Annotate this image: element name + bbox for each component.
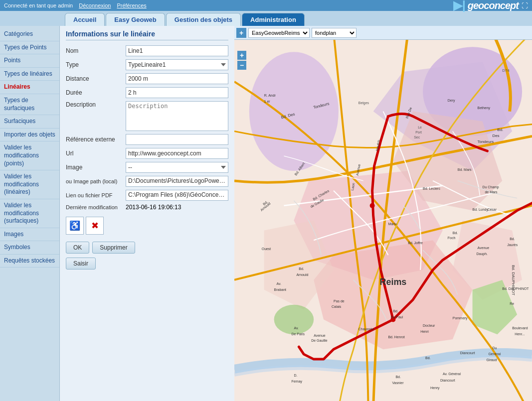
- svg-text:Dauph.: Dauph.: [477, 252, 488, 256]
- label-lien-pdf: Lien ou fichier PDF: [66, 192, 126, 198]
- connected-label: Connecté en tant que admin: [4, 2, 73, 8]
- tab-administration[interactable]: Administration: [242, 13, 305, 26]
- svg-text:Belges: Belges: [358, 101, 369, 105]
- sidebar-item-types-surfaciques[interactable]: Types de surfaciques: [0, 94, 59, 115]
- ok-button[interactable]: OK: [66, 242, 89, 254]
- svg-text:Bd. Henrot: Bd. Henrot: [388, 335, 404, 339]
- preferences-link[interactable]: Préférences: [117, 2, 146, 8]
- svg-text:Du: Du: [492, 346, 497, 350]
- main-layout: Catégories Types de Points Points Types …: [0, 26, 532, 401]
- warning-icon[interactable]: ✖: [86, 217, 104, 235]
- buttons-area: OK Supprimer Saisir: [66, 242, 228, 269]
- svg-text:Bd.: Bd.: [497, 128, 503, 132]
- svg-point-12: [370, 203, 375, 208]
- field-image: Image --: [66, 162, 228, 173]
- sidebar-item-valider-points[interactable]: Valider les modifications (points): [0, 141, 59, 170]
- svg-text:De Paris: De Paris: [291, 332, 305, 336]
- svg-text:Av. Général: Av. Général: [443, 372, 461, 376]
- sidebar-item-valider-surfaciques[interactable]: Valider les modifications (surfaciques): [0, 199, 59, 228]
- value-derniere-modification: 2013-06-16 19:06:13: [126, 204, 181, 211]
- svg-text:Pommery: Pommery: [453, 317, 468, 321]
- select-image[interactable]: --: [126, 162, 228, 173]
- map-zoom-controls: + −: [237, 51, 246, 71]
- svg-text:Port: Port: [415, 131, 422, 134]
- svg-text:Bd.: Bd.: [395, 375, 401, 379]
- svg-text:Betheny: Betheny: [478, 106, 491, 110]
- logo: ▶| geoconcept: [453, 0, 519, 12]
- logo-symbol: ▶|: [453, 0, 466, 12]
- value-image-path: D:\Documents\Pictures\LogoPoweredby\CMJN: [126, 176, 228, 187]
- accessibility-icon[interactable]: ♿: [66, 217, 84, 235]
- svg-text:Jaurès: Jaurès: [507, 243, 518, 247]
- input-reference-externe[interactable]: [126, 134, 228, 145]
- sidebar-item-types-points[interactable]: Types de Points: [0, 41, 59, 55]
- label-duree: Durée: [66, 89, 126, 96]
- input-distance[interactable]: [126, 73, 228, 84]
- field-description: Description: [66, 101, 228, 131]
- label-image: Image: [66, 164, 126, 171]
- input-duree[interactable]: [126, 87, 228, 98]
- svg-text:Reims: Reims: [380, 277, 407, 287]
- svg-text:Henry: Henry: [430, 386, 440, 390]
- field-distance: Distance: [66, 73, 228, 84]
- geoweb-select[interactable]: EasyGeowebReims: [248, 28, 310, 38]
- input-url[interactable]: [126, 148, 228, 159]
- saisir-button[interactable]: Saisir: [66, 258, 96, 269]
- svg-text:Chaussée: Chaussée: [358, 327, 374, 331]
- tab-accueil[interactable]: Accueil: [65, 13, 105, 26]
- svg-text:Avenue: Avenue: [314, 334, 326, 337]
- select-type[interactable]: TypeLineaire1: [126, 59, 228, 70]
- textarea-description[interactable]: [126, 101, 228, 131]
- svg-text:Henr...: Henr...: [515, 332, 525, 336]
- sidebar-item-points[interactable]: Points: [0, 54, 59, 68]
- svg-text:Des: Des: [492, 134, 499, 138]
- svg-text:Boulevard: Boulevard: [512, 326, 528, 330]
- svg-text:Henri: Henri: [420, 330, 429, 333]
- content-area: Informations sur le linéaire Nom Type Ty…: [60, 26, 532, 401]
- svg-text:Bd. Leclerc: Bd. Leclerc: [423, 187, 440, 190]
- svg-text:Docteur: Docteur: [423, 324, 435, 327]
- svg-text:Re: Re: [510, 302, 514, 305]
- svg-text:Général: Général: [488, 352, 501, 356]
- logo-text: geoconcept: [468, 0, 519, 11]
- value-lien-pdf: C:\Program Files (x86)\GéoConcept SA\GC4…: [126, 190, 228, 201]
- svg-text:Tondeurs: Tondeurs: [478, 139, 494, 144]
- svg-text:Bd.: Bd.: [299, 267, 304, 270]
- sidebar-item-lineaires[interactable]: Linéaires: [0, 81, 59, 94]
- sidebar-item-importer-objets[interactable]: Importer des objets: [0, 129, 59, 142]
- supprimer-button[interactable]: Supprimer: [92, 242, 135, 254]
- sidebar-item-types-lineaires[interactable]: Types de linéaires: [0, 68, 59, 81]
- tab-easy-geoweb[interactable]: Easy Geoweb: [106, 13, 165, 26]
- logout-link[interactable]: Déconnexion: [79, 2, 111, 8]
- layer-select[interactable]: fondplan: [312, 28, 356, 38]
- sidebar-item-categories[interactable]: Catégories: [0, 28, 59, 41]
- svg-text:Diancourt: Diancourt: [460, 351, 475, 355]
- zoom-in-button[interactable]: +: [237, 51, 246, 60]
- svg-text:Bd.: Bd.: [425, 356, 431, 360]
- sidebar-item-surfaciques[interactable]: Surfaciques: [0, 115, 59, 129]
- sidebar-item-valider-lineaires[interactable]: Valider les modifications (linéaires): [0, 170, 59, 199]
- field-nom: Nom: [66, 45, 228, 56]
- field-lien-pdf: Lien ou fichier PDF C:\Program Files (x8…: [66, 190, 228, 201]
- sidebar-item-requetes-stockees[interactable]: Requêtes stockées: [0, 255, 59, 268]
- zoom-out-button[interactable]: −: [237, 61, 246, 70]
- sidebar-item-symboles[interactable]: Symboles: [0, 241, 59, 255]
- form-title: Informations sur le linéaire: [66, 30, 228, 40]
- svg-text:Bd.: Bd.: [510, 237, 515, 241]
- sidebar-item-images[interactable]: Images: [0, 228, 59, 242]
- label-derniere-modification: Dernière modification: [66, 204, 126, 210]
- field-duree: Durée: [66, 87, 228, 98]
- fullscreen-icon[interactable]: ⛶: [522, 2, 528, 9]
- svg-text:Arnould: Arnould: [296, 273, 308, 276]
- svg-text:Foch: Foch: [448, 236, 456, 240]
- map-visualization[interactable]: Reims Bd. Des Tondeurs Bd. Des Tondeurs …: [234, 40, 532, 401]
- svg-text:Brabant: Brabant: [274, 288, 286, 291]
- tab-gestion-objets[interactable]: Gestion des objets: [166, 13, 241, 26]
- svg-text:De Gaullle: De Gaullle: [311, 339, 328, 342]
- input-nom[interactable]: [126, 45, 228, 56]
- field-type: Type TypeLineaire1: [66, 59, 228, 70]
- map-plus-button[interactable]: +: [236, 28, 246, 38]
- label-distance: Distance: [66, 75, 126, 82]
- svg-text:Bd. DAUPHINOT: Bd. DAUPHINOT: [511, 265, 516, 295]
- svg-text:Avenue: Avenue: [478, 246, 490, 250]
